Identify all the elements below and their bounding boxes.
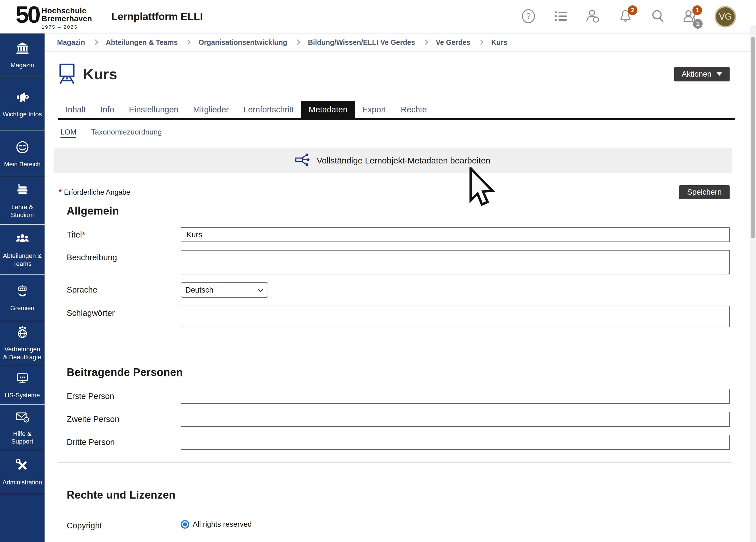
tab-inhalt[interactable]: Inhalt <box>58 101 93 118</box>
form-row-dritte-person: Dritte Person <box>67 435 730 450</box>
sidebar-item-hs-systeme[interactable]: HS-Systeme <box>0 365 45 405</box>
form-row-erste-person: Erste Person <box>67 389 730 404</box>
tab-rechte[interactable]: Rechte <box>393 101 434 118</box>
tab-bar: Inhalt Info Einstellungen Mitglieder Ler… <box>58 101 735 120</box>
scrollbar-thumb[interactable] <box>751 37 755 238</box>
books-icon <box>15 183 30 199</box>
tab-mitglieder[interactable]: Mitglieder <box>186 101 236 118</box>
chevron-right-icon <box>295 39 300 45</box>
chevron-right-icon <box>478 39 483 45</box>
header-icon-bar: ? ! <box>520 6 756 28</box>
aktionen-button-label: Aktionen <box>682 70 711 79</box>
speichern-button[interactable]: Speichern <box>679 185 730 199</box>
dritte-person-label: Dritte Person <box>67 435 181 447</box>
share-tree-icon <box>295 152 310 169</box>
svg-text:!: ! <box>595 17 597 22</box>
list-menu-button[interactable] <box>553 9 569 25</box>
page-title: Kurs <box>83 66 117 83</box>
smiley-icon <box>15 140 30 157</box>
sidebar-item-label: Lehre & Studium <box>2 203 43 219</box>
tab-metadaten[interactable]: Metadaten <box>301 101 355 118</box>
vertical-scrollbar[interactable] <box>750 26 756 542</box>
search-button[interactable] <box>650 9 666 25</box>
mouse-cursor <box>469 167 496 208</box>
notifications-count-badge: 2 <box>628 5 637 15</box>
copyright-radio[interactable] <box>181 520 189 529</box>
bank-icon <box>15 41 30 57</box>
sidebar-item-magazin[interactable]: Magazin <box>0 33 45 77</box>
subtab-taxonomiezuordnung[interactable]: Taxonomiezuordnung <box>91 128 162 138</box>
erste-person-label: Erste Person <box>67 389 181 401</box>
contacts-badge-bottom: 1 <box>693 19 703 29</box>
page-title-row: Kurs Aktionen <box>58 63 730 85</box>
sprache-select[interactable]: Deutsch <box>181 282 268 298</box>
user-status-icon: ! <box>585 8 601 25</box>
persons-form: Erste Person Zweite Person Dritte Person <box>67 389 730 450</box>
sidebar-item-vertretungen-beauftragte[interactable]: Vertretungen & Beauftragte <box>0 321 45 365</box>
subtab-lom[interactable]: LOM <box>60 128 76 138</box>
chevron-right-icon <box>423 39 428 45</box>
main-sidebar: Magazin Wichtige Infos Mein Bereich <box>0 33 45 542</box>
titel-input[interactable] <box>181 227 730 242</box>
committee-icon <box>15 284 30 301</box>
svg-text:?: ? <box>526 11 531 20</box>
edit-full-metadata-link[interactable]: Vollständige Lernobjekt-Metadaten bearbe… <box>295 152 490 169</box>
hochschule-bremerhaven-logo: 50 Hochschule Bremerhaven 1975 – 2025 <box>16 3 92 30</box>
mail-question-icon: ? <box>15 409 30 426</box>
tab-lernfortschritt[interactable]: Lernfortschritt <box>236 101 301 118</box>
logo-line1: Hochschule <box>41 7 92 15</box>
search-icon <box>650 9 665 25</box>
beschreibung-textarea[interactable] <box>181 250 730 274</box>
sidebar-item-administration[interactable]: Administration <box>0 450 45 494</box>
chevron-right-icon <box>186 39 191 45</box>
tab-export[interactable]: Export <box>355 101 394 118</box>
sidebar-item-lehre-studium[interactable]: Lehre & Studium <box>0 177 45 225</box>
notifications-button[interactable]: 2 <box>618 9 633 25</box>
schlagwoerter-input[interactable] <box>181 306 730 327</box>
copyright-label: Copyright <box>67 518 181 530</box>
sidebar-item-abteilungen-teams[interactable]: Abteilungen & Teams <box>0 225 45 275</box>
breadcrumb-item-bildung-wissen[interactable]: Bildung/Wissen/ELLI Ve Gerdes <box>308 38 415 47</box>
breadcrumb-item-abteilungen-teams[interactable]: Abteilungen & Teams <box>106 38 178 47</box>
user-avatar[interactable]: VG <box>715 6 736 28</box>
titel-label: Titel* <box>67 227 181 240</box>
contacts-button[interactable]: 1 1 <box>682 9 698 25</box>
form-row-titel: Titel* <box>67 227 730 242</box>
sidebar-item-hilfe-support[interactable]: ? Hilfe & Support <box>0 405 45 450</box>
user-status-button[interactable]: ! <box>585 9 601 25</box>
breadcrumb-item-organisationsentwicklung[interactable]: Organisationsentwicklung <box>198 38 287 47</box>
breadcrumb-item-magazin[interactable]: Magazin <box>57 38 85 47</box>
subtab-bar: LOM Taxonomiezuordnung <box>60 128 736 138</box>
tab-info[interactable]: Info <box>93 101 121 118</box>
tab-einstellungen[interactable]: Einstellungen <box>121 101 186 118</box>
help-icon: ? <box>521 9 536 25</box>
breadcrumb-item-ve-gerdes[interactable]: Ve Gerdes <box>436 38 471 47</box>
aktionen-button[interactable]: Aktionen <box>674 67 730 81</box>
dritte-person-input[interactable] <box>181 435 730 450</box>
help-button[interactable]: ? <box>520 9 536 25</box>
main-content: Magazin Abteilungen & Teams Organisation… <box>45 33 750 542</box>
logo-line2: Bremerhaven <box>41 15 92 23</box>
sidebar-item-mein-bereich[interactable]: Mein Bereich <box>0 131 45 177</box>
sidebar-item-label: Magazin <box>11 61 34 69</box>
form-row-copyright: Copyright All rights reserved <box>67 518 730 530</box>
sidebar-item-wichtige-infos[interactable]: Wichtige Infos <box>0 77 45 131</box>
monitor-icon <box>15 371 30 387</box>
radio-dot <box>183 522 187 526</box>
zweite-person-label: Zweite Person <box>67 412 181 424</box>
metadata-banner: Vollständige Lernobjekt-Metadaten bearbe… <box>54 148 732 173</box>
chevron-right-icon <box>93 39 98 45</box>
sprache-select-wrap: Deutsch <box>181 282 268 298</box>
zweite-person-input[interactable] <box>181 412 730 427</box>
sidebar-item-label: Mein Bereich <box>4 160 40 168</box>
erste-person-input[interactable] <box>181 389 730 404</box>
course-easel-icon <box>58 63 76 85</box>
logo-text: Hochschule Bremerhaven 1975 – 2025 <box>41 7 92 30</box>
breadcrumb-item-kurs[interactable]: Kurs <box>491 38 507 47</box>
megaphone-icon <box>15 90 30 106</box>
copyright-option-label: All rights reserved <box>193 520 252 529</box>
chevron-down-icon <box>717 72 722 76</box>
metadata-form: Titel* Beschreibung Sprache Deutsch Schl… <box>67 227 730 327</box>
beschreibung-label: Beschreibung <box>67 250 181 262</box>
sidebar-item-gremien[interactable]: Gremien <box>0 275 45 321</box>
